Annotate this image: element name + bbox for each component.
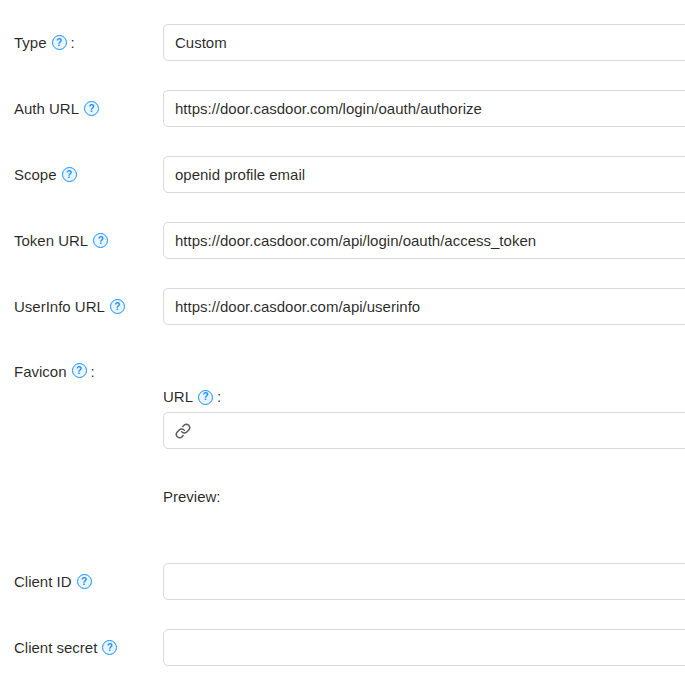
type-help-icon[interactable] — [52, 35, 67, 50]
favicon-label-text: Favicon — [14, 363, 67, 381]
client-id-control — [163, 563, 685, 600]
scope-input[interactable] — [163, 156, 685, 193]
scope-help-icon[interactable] — [62, 167, 77, 182]
scope-control — [163, 156, 685, 193]
auth-url-help-icon[interactable] — [84, 101, 99, 116]
favicon-url-field[interactable] — [200, 414, 685, 447]
favicon-control: URL : Preview: — [163, 363, 685, 506]
favicon-url-label-colon: : — [217, 388, 221, 406]
favicon-url-help-icon[interactable] — [198, 390, 213, 405]
scope-label: Scope — [14, 156, 163, 193]
type-label-text: Type — [14, 34, 47, 52]
form-row-type: Type : Custom — [14, 24, 685, 61]
userinfo-url-help-icon[interactable] — [110, 299, 125, 314]
token-url-label: Token URL — [14, 222, 163, 259]
auth-url-label: Auth URL — [14, 90, 163, 127]
token-url-label-text: Token URL — [14, 232, 88, 250]
client-secret-input[interactable] — [163, 629, 685, 666]
client-secret-control — [163, 629, 685, 666]
userinfo-url-label: UserInfo URL — [14, 288, 163, 325]
auth-url-label-text: Auth URL — [14, 100, 79, 118]
scope-label-text: Scope — [14, 166, 57, 184]
favicon-label-colon: : — [91, 363, 95, 381]
client-id-label-text: Client ID — [14, 573, 72, 591]
favicon-preview-label: Preview: — [163, 488, 685, 506]
client-id-input[interactable] — [163, 563, 685, 600]
type-select-value: Custom — [175, 34, 227, 51]
type-control: Custom — [163, 24, 685, 61]
token-url-input[interactable] — [163, 222, 685, 259]
link-icon — [175, 423, 191, 439]
client-secret-help-icon[interactable] — [102, 640, 117, 655]
token-url-help-icon[interactable] — [93, 233, 108, 248]
favicon-url-label: URL : — [163, 388, 685, 406]
form-row-scope: Scope — [14, 156, 685, 193]
form-row-auth-url: Auth URL — [14, 90, 685, 127]
token-url-control — [163, 222, 685, 259]
form-row-token-url: Token URL — [14, 222, 685, 259]
client-secret-label: Client secret — [14, 629, 163, 666]
form-row-client-secret: Client secret — [14, 629, 685, 666]
userinfo-url-label-text: UserInfo URL — [14, 298, 105, 316]
type-select[interactable]: Custom — [163, 24, 685, 61]
favicon-url-label-text: URL — [163, 388, 193, 406]
favicon-label: Favicon : — [14, 363, 163, 506]
client-secret-label-text: Client secret — [14, 639, 97, 657]
auth-url-input[interactable] — [163, 90, 685, 127]
form-row-userinfo-url: UserInfo URL — [14, 288, 685, 325]
favicon-url-input[interactable] — [163, 412, 685, 449]
form-row-client-id: Client ID — [14, 563, 685, 600]
auth-url-control — [163, 90, 685, 127]
type-label: Type : — [14, 24, 163, 61]
favicon-help-icon[interactable] — [72, 363, 87, 378]
client-id-help-icon[interactable] — [77, 574, 92, 589]
form-row-favicon: Favicon : URL : — [14, 363, 685, 506]
provider-config-form: Type : Custom Auth URL Scope — [0, 0, 685, 666]
userinfo-url-input[interactable] — [163, 288, 685, 325]
favicon-url-input-wrap — [163, 412, 685, 449]
type-label-colon: : — [71, 34, 75, 52]
userinfo-url-control — [163, 288, 685, 325]
client-id-label: Client ID — [14, 563, 163, 600]
